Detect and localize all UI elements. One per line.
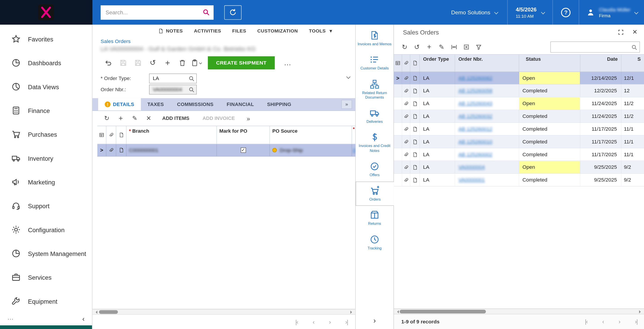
search-icon[interactable] — [202, 8, 210, 16]
sidebar-item-dashboards[interactable]: Dashboards — [0, 51, 92, 75]
main-horizontal-scrollbar[interactable] — [92, 309, 355, 314]
paperclip-icon[interactable] — [403, 75, 409, 81]
side-panel-tab-deliveries[interactable]: Deliveries — [356, 104, 394, 128]
panel-edit-button[interactable]: ✎ — [436, 42, 447, 52]
side-panel-tab-orders[interactable]: Orders — [356, 182, 394, 206]
status-column-header[interactable]: Status — [519, 55, 580, 72]
paperclip-icon[interactable] — [403, 152, 409, 157]
pager-prev-icon[interactable]: ‹ — [313, 318, 314, 325]
column-selector-button[interactable] — [394, 55, 402, 72]
note-icon[interactable] — [412, 152, 418, 157]
pager-prev-icon[interactable]: ‹ — [602, 318, 604, 325]
panel-refresh-button[interactable]: ↻ — [399, 42, 410, 52]
customization-menu-item[interactable]: CUSTOMIZATION — [257, 28, 298, 33]
pager-last-icon[interactable]: ›| — [635, 318, 638, 325]
tools-menu-item[interactable]: TOOLS ▾ — [309, 28, 332, 34]
paperclip-icon[interactable] — [403, 101, 409, 106]
filter-button[interactable] — [473, 42, 484, 52]
save-close-button[interactable] — [117, 57, 129, 68]
scroll-right-icon[interactable] — [639, 310, 642, 313]
tab-taxes[interactable]: TAXES — [141, 98, 170, 110]
sidebar-more-icon[interactable]: ⋯ — [8, 316, 14, 323]
sales-order-row[interactable]: LA AB 125260012 Completed 11/17/2025 11/… — [394, 123, 644, 136]
sidebar-item-finance[interactable]: Finance — [0, 98, 92, 122]
cancel-button[interactable]: ↺ — [146, 57, 159, 68]
order-nbr-link[interactable]: VA0000001 — [458, 177, 485, 183]
delete-button[interactable] — [176, 57, 188, 68]
side-panel-tab-invoices-and-memos[interactable]: Invoices and Memos — [356, 26, 394, 51]
activities-menu-item[interactable]: ACTIVITIES — [194, 28, 221, 33]
create-shipment-button[interactable]: CREATE SHIPMENT — [208, 56, 275, 70]
help-button[interactable]: ? — [553, 8, 579, 17]
paperclip-icon[interactable] — [403, 164, 409, 170]
user-menu[interactable]: Claudia Müller Firma — [579, 7, 644, 18]
sidebar-item-equipment[interactable]: Equipment — [0, 289, 92, 313]
expand-panel-button[interactable] — [618, 29, 624, 35]
lookup-icon[interactable] — [188, 86, 194, 92]
sidebar-item-purchases[interactable]: Purchases — [0, 122, 92, 146]
back-button[interactable] — [102, 57, 114, 68]
paperclip-icon[interactable] — [403, 88, 409, 94]
sales-order-row[interactable]: LA VA0000001 Completed 9/25/2025 9/2 — [394, 174, 644, 186]
sidebar-item-support[interactable]: Support — [0, 194, 92, 218]
order-nbr-link[interactable]: AB 125260032 — [458, 114, 492, 119]
side-panel-tab-invoices-and-credit-notes[interactable]: Invoices and Credit Notes — [356, 128, 394, 157]
add-row-button[interactable]: + — [114, 113, 127, 124]
panel-horizontal-scrollbar[interactable] — [394, 308, 644, 314]
mark-for-po-checkbox[interactable]: ✓ — [240, 148, 246, 153]
more-actions-button[interactable]: … — [282, 58, 294, 67]
panel-add-button[interactable]: + — [424, 42, 435, 52]
order-nbr-link[interactable]: AB 125260058 — [458, 88, 492, 94]
business-date-button[interactable] — [224, 5, 242, 20]
save-button[interactable] — [132, 57, 144, 68]
order-nbr-field[interactable]: VA00000004 — [149, 84, 197, 94]
sales-order-row[interactable]: LA AB 125260032 Completed 11/24/2025 11/… — [394, 110, 644, 123]
notes-menu-item[interactable]: NOTES — [158, 28, 183, 34]
sales-order-row[interactable]: > LA AB 125260062 Open 12/14/2025 12/1 — [394, 72, 644, 85]
paperclip-icon[interactable] — [403, 114, 409, 119]
files-column-header[interactable] — [402, 55, 410, 72]
order-nbr-link[interactable]: AB 125260062 — [458, 75, 492, 81]
tab-financial[interactable]: FINANCIAL — [220, 98, 260, 110]
scroll-left-icon[interactable] — [94, 310, 98, 314]
side-panel-tab-tracking[interactable]: Tracking — [356, 230, 394, 254]
note-icon[interactable] — [412, 101, 418, 106]
tabs-overflow-button[interactable]: » — [341, 100, 352, 109]
sidebar-item-inventory[interactable]: Inventory — [0, 146, 92, 170]
collapse-form-icon[interactable] — [347, 72, 350, 80]
pager-first-icon[interactable]: |‹ — [585, 318, 588, 325]
sales-order-row[interactable]: LA AB 125260058 Completed 12/2/2025 12 — [394, 85, 644, 98]
details-grid-row[interactable]: > C000000001 ✓ Drop-Ship 0 — [97, 144, 356, 156]
note-icon[interactable] — [412, 177, 418, 183]
export-excel-button[interactable] — [460, 42, 472, 52]
order-nbr-link[interactable]: AB 125260002 — [458, 152, 492, 157]
order-nbr-column-header[interactable]: Order Nbr. — [455, 55, 519, 72]
sidebar-item-marketing[interactable]: Marketing — [0, 170, 92, 194]
note-icon[interactable] — [412, 126, 418, 132]
global-search-input[interactable] — [100, 5, 214, 20]
files-menu-item[interactable]: FILES — [232, 28, 246, 33]
scroll-right-icon[interactable] — [350, 310, 354, 314]
tab-details[interactable]: ! DETAILS — [98, 98, 141, 110]
files-column-header[interactable] — [106, 126, 116, 144]
cut-column-header[interactable]: S — [621, 55, 644, 72]
paperclip-icon[interactable] — [403, 177, 409, 183]
paperclip-icon[interactable] — [108, 148, 114, 153]
scrollbar-thumb[interactable] — [400, 310, 486, 313]
refresh-button[interactable]: ↻ — [100, 113, 113, 124]
close-panel-button[interactable]: ✕ — [632, 28, 638, 36]
mark-for-po-column-header[interactable]: Mark for PO — [217, 126, 270, 144]
sidebar-item-services[interactable]: Services — [0, 265, 92, 289]
note-icon[interactable] — [412, 75, 418, 81]
pager-next-icon[interactable]: › — [329, 318, 330, 325]
note-icon[interactable] — [412, 88, 418, 94]
order-nbr-link[interactable]: AB 125260010 — [458, 139, 492, 145]
add-items-button[interactable]: ADD ITEMS — [156, 116, 195, 121]
branch-column-header[interactable]: * Branch — [126, 126, 217, 144]
fit-width-button[interactable] — [448, 42, 460, 52]
insert-button[interactable]: + — [161, 57, 174, 68]
sidebar-item-data-views[interactable]: Data Views — [0, 75, 92, 98]
scroll-left-icon[interactable] — [396, 310, 399, 313]
lookup-icon[interactable] — [188, 75, 194, 81]
sales-order-row[interactable]: LA AB 125260010 Completed 11/17/2025 11/… — [394, 136, 644, 148]
